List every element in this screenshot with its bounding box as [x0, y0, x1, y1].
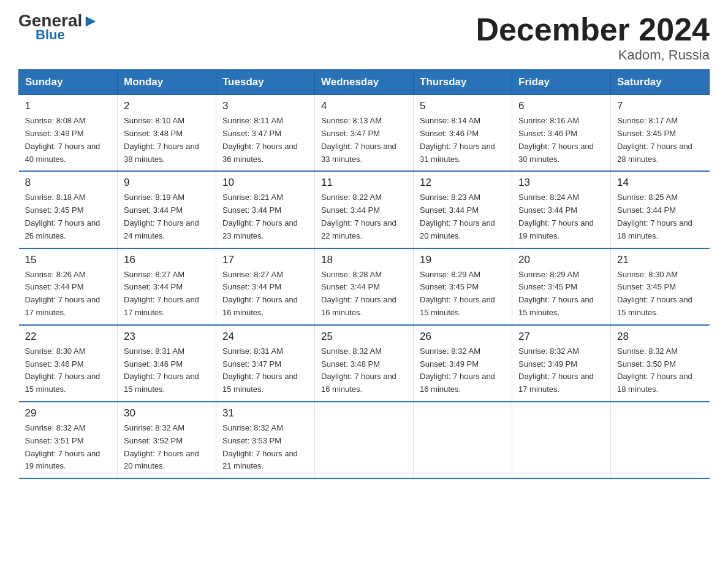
day-info: Sunrise: 8:08 AM Sunset: 3:49 PM Dayligh… [25, 115, 112, 166]
day-number: 29 [25, 407, 112, 419]
sunset-label: Sunset: 3:49 PM [518, 359, 577, 369]
table-row: 18 Sunrise: 8:28 AM Sunset: 3:44 PM Dayl… [315, 248, 414, 325]
sunrise-label: Sunrise: 8:32 AM [25, 423, 86, 432]
day-info: Sunrise: 8:31 AM Sunset: 3:47 PM Dayligh… [222, 345, 308, 396]
title-section: December 2024 Kadom, Russia [476, 12, 710, 63]
day-number: 3 [222, 100, 308, 112]
sunset-label: Sunset: 3:44 PM [25, 282, 84, 291]
day-number: 28 [617, 331, 703, 343]
day-info: Sunrise: 8:24 AM Sunset: 3:44 PM Dayligh… [518, 191, 604, 242]
table-row: 26 Sunrise: 8:32 AM Sunset: 3:49 PM Dayl… [414, 325, 512, 402]
logo-triangle-icon: ► [82, 11, 99, 30]
table-row [414, 402, 512, 478]
day-info: Sunrise: 8:25 AM Sunset: 3:44 PM Dayligh… [617, 191, 703, 242]
sunrise-label: Sunrise: 8:13 AM [321, 116, 382, 125]
day-info: Sunrise: 8:10 AM Sunset: 3:48 PM Dayligh… [124, 115, 210, 166]
sunrise-label: Sunrise: 8:18 AM [25, 193, 86, 202]
sunset-label: Sunset: 3:49 PM [25, 129, 84, 138]
day-number: 27 [518, 331, 604, 343]
sunrise-label: Sunrise: 8:27 AM [124, 270, 184, 279]
day-number: 2 [124, 100, 210, 112]
table-row: 22 Sunrise: 8:30 AM Sunset: 3:46 PM Dayl… [19, 325, 118, 402]
day-info: Sunrise: 8:21 AM Sunset: 3:44 PM Dayligh… [222, 191, 308, 242]
sunrise-label: Sunrise: 8:30 AM [617, 270, 678, 279]
col-monday: Monday [118, 70, 216, 95]
sunset-label: Sunset: 3:47 PM [321, 129, 380, 138]
day-number: 15 [25, 254, 112, 266]
daylight-label: Daylight: 7 hours and 19 minutes. [518, 218, 594, 240]
table-row: 10 Sunrise: 8:21 AM Sunset: 3:44 PM Dayl… [216, 171, 315, 248]
table-row: 2 Sunrise: 8:10 AM Sunset: 3:48 PM Dayli… [118, 95, 216, 172]
daylight-label: Daylight: 7 hours and 28 minutes. [617, 142, 692, 164]
table-row: 30 Sunrise: 8:32 AM Sunset: 3:52 PM Dayl… [118, 402, 216, 478]
table-row: 15 Sunrise: 8:26 AM Sunset: 3:44 PM Dayl… [19, 248, 118, 325]
daylight-label: Daylight: 7 hours and 15 minutes. [124, 372, 199, 394]
table-row [611, 402, 710, 478]
daylight-label: Daylight: 7 hours and 23 minutes. [222, 218, 298, 240]
sunset-label: Sunset: 3:44 PM [321, 282, 380, 291]
day-info: Sunrise: 8:22 AM Sunset: 3:44 PM Dayligh… [321, 191, 407, 242]
table-row: 12 Sunrise: 8:23 AM Sunset: 3:44 PM Dayl… [414, 171, 512, 248]
sunrise-label: Sunrise: 8:32 AM [518, 347, 579, 356]
daylight-label: Daylight: 7 hours and 16 minutes. [420, 372, 495, 394]
day-info: Sunrise: 8:28 AM Sunset: 3:44 PM Dayligh… [321, 269, 407, 320]
sunrise-label: Sunrise: 8:25 AM [617, 193, 678, 202]
sunset-label: Sunset: 3:48 PM [124, 129, 183, 138]
sunset-label: Sunset: 3:44 PM [124, 205, 183, 215]
sunset-label: Sunset: 3:45 PM [617, 282, 676, 291]
daylight-label: Daylight: 7 hours and 24 minutes. [124, 218, 199, 240]
table-row: 11 Sunrise: 8:22 AM Sunset: 3:44 PM Dayl… [315, 171, 414, 248]
day-info: Sunrise: 8:17 AM Sunset: 3:45 PM Dayligh… [617, 115, 703, 166]
daylight-label: Daylight: 7 hours and 15 minutes. [222, 372, 298, 394]
sunrise-label: Sunrise: 8:11 AM [222, 116, 283, 125]
col-sunday: Sunday [19, 70, 118, 95]
day-info: Sunrise: 8:29 AM Sunset: 3:45 PM Dayligh… [420, 269, 506, 320]
day-info: Sunrise: 8:32 AM Sunset: 3:48 PM Dayligh… [321, 345, 407, 396]
day-info: Sunrise: 8:13 AM Sunset: 3:47 PM Dayligh… [321, 115, 407, 166]
day-number: 23 [124, 331, 210, 343]
sunrise-label: Sunrise: 8:32 AM [420, 347, 480, 356]
table-row: 25 Sunrise: 8:32 AM Sunset: 3:48 PM Dayl… [315, 325, 414, 402]
daylight-label: Daylight: 7 hours and 17 minutes. [518, 372, 594, 394]
sunset-label: Sunset: 3:44 PM [321, 205, 380, 215]
daylight-label: Daylight: 7 hours and 40 minutes. [25, 142, 100, 164]
day-info: Sunrise: 8:32 AM Sunset: 3:49 PM Dayligh… [420, 345, 506, 396]
sunrise-label: Sunrise: 8:29 AM [420, 270, 480, 279]
day-number: 21 [617, 254, 703, 266]
day-number: 16 [124, 254, 210, 266]
daylight-label: Daylight: 7 hours and 17 minutes. [124, 295, 199, 317]
day-info: Sunrise: 8:31 AM Sunset: 3:46 PM Dayligh… [124, 345, 210, 396]
daylight-label: Daylight: 7 hours and 22 minutes. [321, 218, 396, 240]
day-info: Sunrise: 8:23 AM Sunset: 3:44 PM Dayligh… [420, 191, 506, 242]
daylight-label: Daylight: 7 hours and 33 minutes. [321, 142, 396, 164]
day-info: Sunrise: 8:30 AM Sunset: 3:45 PM Dayligh… [617, 269, 703, 320]
daylight-label: Daylight: 7 hours and 17 minutes. [25, 295, 100, 317]
table-row [512, 402, 611, 478]
day-info: Sunrise: 8:16 AM Sunset: 3:46 PM Dayligh… [518, 115, 604, 166]
day-number: 9 [124, 177, 210, 189]
calendar-week-row: 29 Sunrise: 8:32 AM Sunset: 3:51 PM Dayl… [19, 402, 710, 478]
table-row: 28 Sunrise: 8:32 AM Sunset: 3:50 PM Dayl… [611, 325, 710, 402]
sunrise-label: Sunrise: 8:17 AM [617, 116, 678, 125]
sunrise-label: Sunrise: 8:32 AM [321, 347, 382, 356]
table-row: 24 Sunrise: 8:31 AM Sunset: 3:47 PM Dayl… [216, 325, 315, 402]
calendar-header-row: Sunday Monday Tuesday Wednesday Thursday… [19, 70, 710, 95]
daylight-label: Daylight: 7 hours and 18 minutes. [617, 218, 692, 240]
sunset-label: Sunset: 3:47 PM [222, 359, 281, 369]
sunset-label: Sunset: 3:44 PM [124, 282, 183, 291]
sunrise-label: Sunrise: 8:30 AM [25, 347, 86, 356]
sunrise-label: Sunrise: 8:26 AM [25, 270, 86, 279]
table-row: 6 Sunrise: 8:16 AM Sunset: 3:46 PM Dayli… [512, 95, 611, 172]
sunrise-label: Sunrise: 8:27 AM [222, 270, 283, 279]
sunrise-label: Sunrise: 8:16 AM [518, 116, 579, 125]
table-row: 31 Sunrise: 8:32 AM Sunset: 3:53 PM Dayl… [216, 402, 315, 478]
sunset-label: Sunset: 3:53 PM [222, 436, 281, 445]
sunset-label: Sunset: 3:48 PM [321, 359, 380, 369]
daylight-label: Daylight: 7 hours and 16 minutes. [321, 372, 396, 394]
table-row: 27 Sunrise: 8:32 AM Sunset: 3:49 PM Dayl… [512, 325, 611, 402]
col-saturday: Saturday [611, 70, 710, 95]
day-info: Sunrise: 8:14 AM Sunset: 3:46 PM Dayligh… [420, 115, 506, 166]
day-info: Sunrise: 8:30 AM Sunset: 3:46 PM Dayligh… [25, 345, 112, 396]
sunrise-label: Sunrise: 8:14 AM [420, 116, 480, 125]
col-thursday: Thursday [414, 70, 512, 95]
